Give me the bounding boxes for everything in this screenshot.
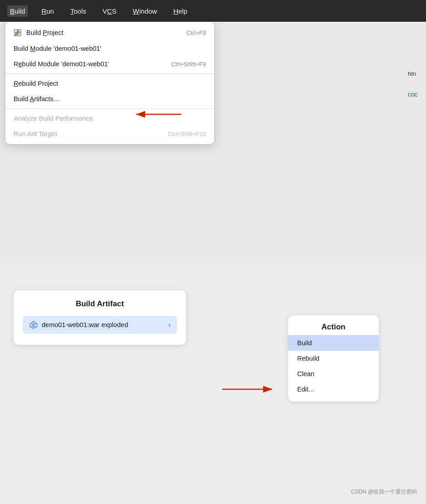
action-clean-item[interactable]: Clean (288, 366, 379, 382)
action-rebuild-label: Rebuild (297, 355, 319, 362)
action-clean-label: Clean (297, 370, 314, 377)
rebuild-module-label: Rebuild Module 'demo01-web01' (14, 60, 171, 68)
svg-rect-0 (15, 29, 17, 32)
build-module-item[interactable]: Build Module 'demo01-web01' (5, 41, 214, 56)
menu-bar: Build Run Tools VCS Window Help (0, 0, 426, 22)
build-artifacts-label: Build Artifacts... (14, 95, 206, 103)
menu-run[interactable]: Run (39, 5, 57, 17)
menu-window-label: Window (133, 7, 157, 15)
artifact-chevron-icon: › (168, 321, 171, 328)
menu-tools-label: Tools (70, 7, 86, 15)
annotation-arrow-1 (132, 105, 186, 125)
build-icon (14, 29, 22, 37)
run-ant-shortcut: Ctrl+Shift+F10 (168, 131, 206, 137)
artifact-item[interactable]: demo01-web01:war exploded › (23, 316, 177, 334)
build-project-shortcut: Ctrl+F9 (186, 29, 206, 36)
right-hint: htn coc (408, 70, 426, 98)
build-artifacts-item[interactable]: Build Artifacts... (5, 91, 214, 107)
menu-window[interactable]: Window (130, 5, 160, 17)
build-artifact-panel: Build Artifact demo01-web01:war exploded… (14, 290, 186, 345)
action-edit-label: Edit... (297, 386, 314, 393)
build-project-item[interactable]: Build Project Ctrl+F9 (5, 24, 214, 41)
watermark: CSDN @给我一个通过密码 (351, 488, 417, 496)
run-ant-label: Run Ant Target (14, 130, 168, 137)
build-dropdown-menu: Build Project Ctrl+F9 Build Module 'demo… (5, 22, 214, 144)
run-ant-item: Run Ant Target Ctrl+Shift+F10 (5, 126, 214, 142)
menu-vcs-label: VCS (103, 7, 117, 15)
right-hint-text1: htn (408, 70, 426, 77)
action-panel-title: Action (288, 323, 379, 332)
menu-vcs[interactable]: VCS (100, 5, 119, 17)
rebuild-module-shortcut: Ctrl+Shift+F9 (171, 61, 206, 68)
menu-tools[interactable]: Tools (68, 5, 89, 17)
artifact-icon (29, 320, 38, 329)
action-build-label: Build (297, 339, 312, 347)
annotation-arrow-2 (218, 380, 277, 400)
rebuild-project-label: Rebuild Project (14, 80, 206, 87)
right-hint-text2: coc (408, 91, 426, 98)
action-panel: Action Build Rebuild Clean Edit... (288, 315, 379, 401)
action-build-item[interactable]: Build (288, 335, 379, 351)
watermark-text: CSDN @给我一个通过密码 (351, 489, 417, 495)
svg-rect-3 (18, 33, 21, 36)
menu-build-label: Build (10, 7, 25, 15)
artifact-item-left: demo01-web01:war exploded (29, 320, 128, 329)
menu-build[interactable]: Build (7, 5, 28, 17)
divider-1 (5, 73, 214, 74)
build-artifact-panel-title: Build Artifact (23, 299, 177, 308)
build-module-label: Build Module 'demo01-web01' (14, 45, 206, 52)
rebuild-module-item[interactable]: Rebuild Module 'demo01-web01' Ctrl+Shift… (5, 56, 214, 72)
menu-help[interactable]: Help (171, 5, 190, 17)
rebuild-project-item[interactable]: Rebuild Project (5, 76, 214, 91)
menu-help-label: Help (173, 7, 187, 15)
menu-run-label: Run (41, 7, 54, 15)
build-project-label: Build Project (26, 29, 182, 36)
action-edit-item[interactable]: Edit... (288, 382, 379, 397)
artifact-item-label: demo01-web01:war exploded (42, 321, 128, 328)
action-rebuild-item[interactable]: Rebuild (288, 351, 379, 366)
